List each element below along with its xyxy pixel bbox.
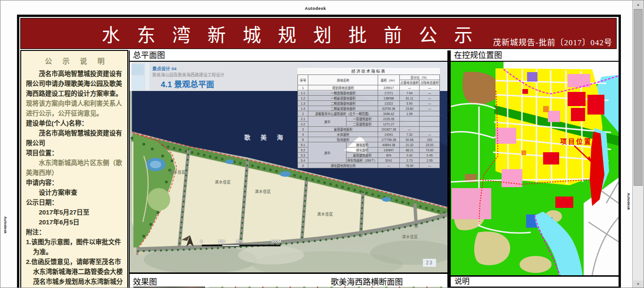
project-location-label: 项目位置 bbox=[560, 136, 592, 146]
legend-header: 说明 bbox=[451, 275, 619, 288]
notice-line: 公示日期： bbox=[26, 197, 124, 207]
table-body: 1规划用地总面积225917——1.1一期道路基地面积172717.64—1.2… bbox=[298, 85, 440, 168]
table-row: 1.4二期景观基地面积53759.3823.80— bbox=[298, 106, 440, 111]
scrollbar-thumb[interactable] bbox=[634, 9, 643, 186]
table-head: 序号用地名称面积（m²）百分比（%）占基地总面积占陆地总面积 bbox=[298, 75, 440, 85]
table-title: 经济技术指标表 bbox=[297, 68, 440, 74]
autodesk-watermark-right: Autodesk bbox=[627, 193, 631, 210]
economic-indicators-table: 经济技术指标表 序号用地名称面积（m²）百分比（%）占基地总面积占陆地总面积 1… bbox=[297, 68, 440, 168]
sea-name-label: 歌 美 海 bbox=[244, 132, 287, 141]
table-row: 2.1其中一层建筑面积2225.35 bbox=[298, 116, 440, 122]
regulatory-location-map: 项目位置 bbox=[451, 62, 619, 275]
plan-header-decor bbox=[132, 76, 144, 90]
planning-notice-document: 水 东 湾 新 城 规 划 批 前 公 示 茂新城规告-批前〔2017〕042号… bbox=[17, 15, 621, 288]
notice-line: 茂名市高地智慧城投资建设有限公司 bbox=[26, 128, 124, 148]
sheet-page-number: 23 bbox=[423, 259, 436, 267]
table-row: 3景观基地面积191827.38— bbox=[298, 127, 440, 132]
parcel-label: 滨水住区 bbox=[255, 189, 271, 194]
autodesk-watermark-top: Autodesk bbox=[0, 6, 630, 11]
parcel-label: 滨水住区 bbox=[402, 234, 418, 239]
notice-line: 申请内容： bbox=[26, 178, 124, 188]
autodesk-watermark-left: Autodesk bbox=[3, 216, 8, 233]
page-title: 水 东 湾 新 城 规 划 批 前 公 示 bbox=[21, 20, 560, 47]
document-number: 茂新城规告-批前〔2017〕042号 bbox=[493, 36, 612, 48]
bottom-section-band: 效果图 歌美海西路横断面图 bbox=[130, 272, 447, 288]
notice-line: 2.信函反馈意见，请邮寄至茂名市水东湾新城海港二路管委会大楼茂名市城乡规划局水东… bbox=[26, 257, 124, 288]
table-row: 1.3二期道路基地面积133225.90— bbox=[298, 101, 440, 106]
notice-line: 设计方案审查 bbox=[26, 188, 124, 197]
notice-line: 1.该图为示意图，图件以审批文件为准。 bbox=[26, 237, 124, 257]
table-row: 1.1一期道路基地面积172717.64— bbox=[298, 91, 440, 96]
table-row: 5.1其中铺装面积40894.3821.3223.00 bbox=[298, 142, 440, 148]
site-plan-panel: 总平面图 bbox=[129, 50, 447, 288]
scroll-down-icon: ▼ bbox=[636, 282, 640, 286]
scale-tick: 0 bbox=[200, 239, 203, 244]
location-panel: 在控规位置图 bbox=[447, 50, 619, 288]
notice-line: 2017年5月27日至 bbox=[26, 207, 124, 217]
table-row: 5陆地面积177796.3892.68100 bbox=[298, 137, 440, 142]
zoning-map-graphic bbox=[451, 62, 619, 275]
table-row: 1规划用地总面积225917—— bbox=[298, 85, 440, 91]
notice-line: 茂名市高地智慧城投资建设有限公司申请办理歌美海公园及歌美海西路建设工程的设计方案… bbox=[26, 69, 124, 99]
scale-tick: 500M bbox=[271, 239, 281, 244]
parcel-label: 滨水住区 bbox=[317, 211, 333, 216]
notice-body: 茂名市高地智慧城投资建设有限公司申请办理歌美海公园及歌美海西路建设工程的设计方案… bbox=[26, 69, 124, 288]
notice-line: 水东湾新城高地片区东侧（歌美海西岸） bbox=[26, 158, 124, 178]
table-row: 1.2一期景观基地面积13806861.11— bbox=[298, 96, 440, 101]
plan-sheet-tag: 景点设计 04 bbox=[152, 65, 176, 72]
viewer-window: Autodesk Autodesk Autodesk 水 东 湾 新 城 规 划… bbox=[0, 0, 644, 288]
location-map-header: 在控规位置图 bbox=[451, 50, 619, 62]
plan-header-decor bbox=[145, 63, 149, 90]
site-plan-image: 景点设计 04 歌美海公园及歌美海西路建设工程设计 4.1 景观总平面 歌 美 … bbox=[130, 62, 447, 272]
notice-line: 现将该方案向申请人和利害关系人进行公示，公开征询意见。 bbox=[26, 99, 124, 118]
notice-line: 项目位置： bbox=[26, 148, 124, 158]
effect-view-header: 效果图 bbox=[133, 275, 157, 287]
cross-section-header: 歌美海西路横断面图 bbox=[331, 275, 403, 287]
table-row: 2游客服务中心建筑面积（位于一期范围）3496.621.55 bbox=[298, 111, 440, 116]
site-plan-header: 总平面图 bbox=[130, 50, 447, 62]
table-row: 6绿化园地用地比例—76.90— bbox=[298, 163, 440, 168]
table-row: 序号用地名称面积（m²）百分比（%） bbox=[298, 75, 440, 80]
parcel-label: 滨水住区 bbox=[170, 169, 186, 174]
scroll-down-button[interactable]: ▼ bbox=[633, 280, 643, 288]
notice-line: 附注： bbox=[26, 227, 124, 237]
plan-project-name: 歌美海公园及歌美海西路建设工程设计 bbox=[152, 72, 224, 78]
document-title-bar: 水 东 湾 新 城 规 划 批 前 公 示 茂新城规告-批前〔2017〕042号 bbox=[20, 18, 617, 49]
notice-line: 2017年6月5日 bbox=[26, 217, 124, 227]
public-notice-panel: 公 示 说 明 茂名市高地智慧城投资建设有限公司申请办理歌美海公园及歌美海西路建… bbox=[20, 50, 128, 288]
plan-sheet-title: 4.1 景观总平面 bbox=[161, 78, 214, 90]
scroll-up-icon: ▲ bbox=[636, 3, 640, 6]
scale-tick: 200 bbox=[236, 239, 243, 244]
plan-header-decor bbox=[132, 64, 144, 75]
scale-tick: 100 bbox=[218, 239, 225, 244]
notice-line: 建设单位(个人)名称： bbox=[26, 118, 124, 128]
scroll-up-button[interactable]: ▲ bbox=[633, 1, 643, 8]
table-row: 4水体面积140417.32— bbox=[298, 132, 440, 137]
vertical-scrollbar[interactable]: ▲ ▼ bbox=[632, 0, 644, 288]
parcel-label: 滨水住区 bbox=[215, 179, 231, 184]
notice-heading: 公 示 说 明 bbox=[30, 56, 124, 66]
